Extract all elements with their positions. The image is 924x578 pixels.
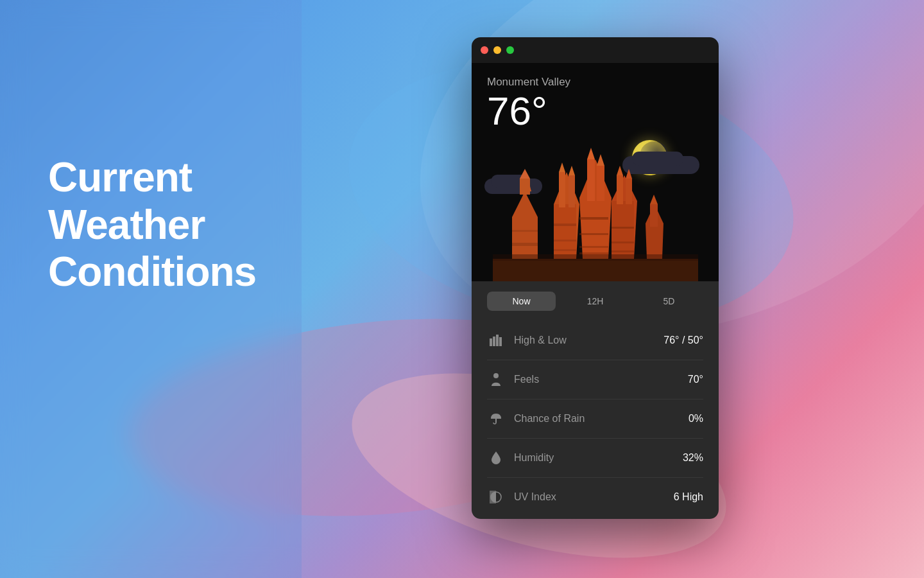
stat-row-rain: Chance of Rain 0% (487, 399, 703, 439)
svg-rect-10 (569, 175, 575, 207)
close-button[interactable] (481, 46, 488, 54)
stat-row-humidity: Humidity 32% (487, 439, 703, 478)
svg-rect-47 (496, 491, 502, 504)
stat-row-uv: UV Index 6 High (487, 478, 703, 516)
svg-marker-11 (559, 162, 565, 172)
svg-rect-4 (512, 230, 538, 232)
location-name: Monument Valley (487, 76, 703, 89)
svg-rect-39 (493, 337, 495, 346)
svg-rect-41 (499, 337, 502, 346)
stats-container: High & Low 76° / 50° Feels 70° (472, 321, 719, 516)
weather-details: Now 12H 5D High & Low 76° / 50° (472, 281, 719, 519)
svg-rect-22 (579, 233, 608, 235)
svg-marker-16 (579, 159, 612, 259)
svg-marker-19 (587, 148, 595, 159)
minimize-button[interactable] (493, 46, 501, 54)
feels-value: 70° (688, 374, 703, 385)
svg-rect-15 (554, 249, 576, 251)
monument-scene (472, 127, 719, 281)
stat-row-high-low: High & Low 76° / 50° (487, 321, 703, 360)
feels-label: Feels (514, 374, 688, 385)
headline-line1: Current (48, 154, 256, 202)
rain-label: Chance of Rain (514, 413, 689, 425)
tab-now[interactable]: Now (487, 292, 556, 311)
temperature-display: 76° (487, 91, 703, 131)
svg-marker-29 (617, 166, 623, 175)
rain-value: 0% (689, 413, 703, 425)
svg-rect-27 (617, 175, 623, 204)
svg-rect-28 (626, 179, 632, 204)
svg-marker-20 (597, 154, 604, 166)
svg-rect-5 (520, 179, 530, 195)
headline-line3: Conditions (48, 249, 256, 296)
svg-rect-37 (493, 254, 698, 261)
time-tabs: Now 12H 5D (472, 281, 719, 321)
svg-marker-6 (520, 169, 530, 179)
svg-rect-9 (559, 172, 565, 207)
headline: Current Weather Conditions (48, 154, 256, 296)
high-low-label: High & Low (514, 335, 663, 346)
tab-5d[interactable]: 5D (635, 292, 703, 311)
svg-rect-18 (597, 166, 604, 201)
svg-marker-30 (626, 169, 632, 179)
svg-rect-23 (579, 246, 608, 248)
high-low-value: 76° / 50° (663, 335, 703, 346)
svg-point-42 (493, 373, 499, 378)
svg-rect-21 (579, 217, 608, 220)
svg-marker-36 (650, 195, 658, 204)
monument-valley-illustration (493, 140, 698, 281)
svg-rect-38 (490, 338, 492, 346)
svg-rect-3 (512, 243, 538, 246)
svg-marker-12 (569, 166, 575, 175)
title-bar (472, 37, 719, 63)
svg-rect-0 (493, 259, 698, 281)
uv-label: UV Index (514, 491, 674, 503)
svg-rect-32 (612, 241, 634, 243)
svg-rect-26 (612, 201, 634, 259)
svg-rect-40 (496, 335, 499, 346)
umbrella-icon (487, 410, 505, 428)
humidity-value: 32% (683, 452, 703, 464)
half-circle-icon (487, 488, 505, 506)
weather-window: Monument Valley 76° (472, 37, 719, 519)
svg-rect-33 (612, 250, 634, 252)
svg-rect-14 (554, 240, 576, 241)
bar-chart-icon (487, 331, 505, 349)
uv-value: 6 High (674, 491, 703, 503)
svg-rect-24 (579, 252, 608, 254)
svg-rect-35 (650, 204, 658, 227)
tab-12h[interactable]: 12H (561, 292, 629, 311)
person-icon (487, 371, 505, 389)
svg-rect-46 (490, 491, 496, 504)
svg-rect-31 (612, 227, 634, 229)
svg-marker-1 (512, 191, 538, 259)
humidity-label: Humidity (514, 452, 683, 464)
maximize-button[interactable] (506, 46, 514, 54)
headline-line2: Weather (48, 202, 256, 249)
svg-rect-13 (554, 223, 576, 226)
svg-rect-17 (587, 159, 595, 201)
stat-row-feels: Feels 70° (487, 360, 703, 399)
weather-hero: Monument Valley 76° (472, 63, 719, 281)
droplet-icon (487, 449, 505, 467)
